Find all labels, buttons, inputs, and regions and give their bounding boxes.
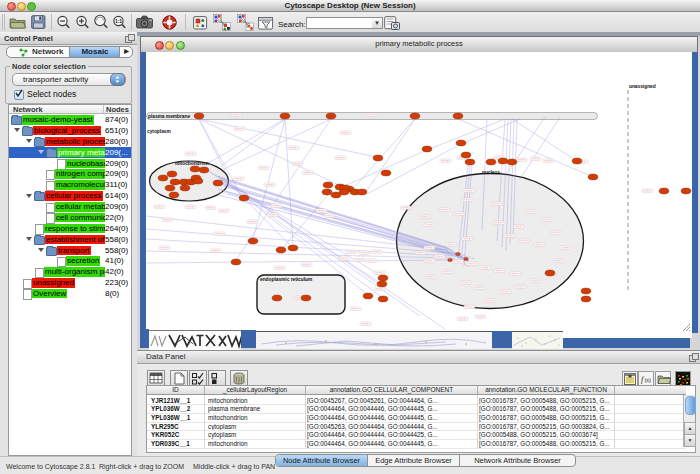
- svg-text:(x): (x): [645, 377, 652, 383]
- svg-text:nucleus: nucleus: [482, 170, 500, 175]
- svg-text:mitochondrion: mitochondrion: [175, 161, 209, 166]
- svg-text:plasma membrane: plasma membrane: [148, 114, 190, 119]
- svg-text:1:1: 1:1: [115, 18, 122, 24]
- svg-text:cytoplasm: cytoplasm: [147, 129, 171, 134]
- svg-text:unassigned: unassigned: [629, 84, 656, 89]
- svg-text:endoplasmic reticulum: endoplasmic reticulum: [260, 277, 312, 282]
